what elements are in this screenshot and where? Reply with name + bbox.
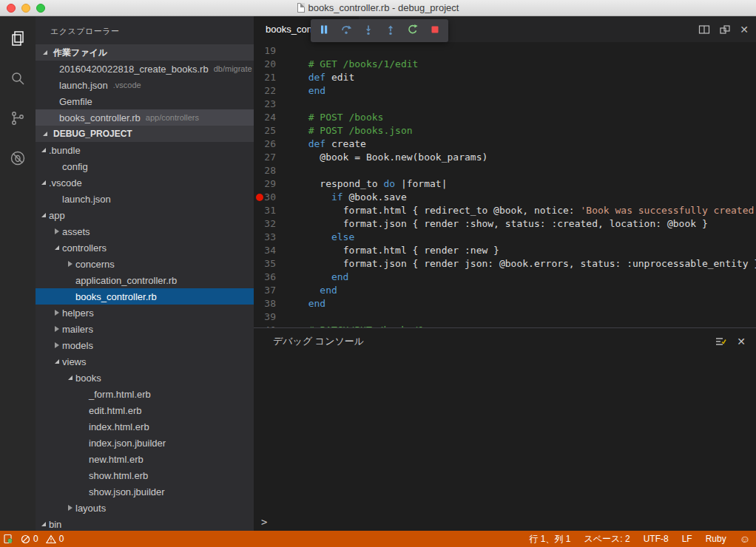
tree-folder-books[interactable]: books <box>36 370 254 386</box>
tree-folder-mailers[interactable]: mailers <box>36 321 254 337</box>
activity-source-control-button[interactable] <box>3 105 33 135</box>
working-file-item[interactable]: books_controller.rbapp/controllers <box>36 109 254 126</box>
line-number-gutter[interactable]: 19 <box>254 44 288 58</box>
status-item-language-mode[interactable]: Ruby <box>706 534 726 544</box>
tree-folder-controllers[interactable]: controllers <box>36 239 254 256</box>
tree-folder-assets[interactable]: assets <box>36 223 254 239</box>
activity-search-button[interactable] <box>3 65 33 95</box>
tree-folder-views[interactable]: views <box>36 353 254 370</box>
code-line[interactable]: 26 def create <box>254 137 756 151</box>
line-number-gutter[interactable]: 29 <box>254 177 288 191</box>
code-line[interactable]: 35 format.json { render json: @book.erro… <box>254 257 756 271</box>
split-editor-icon[interactable] <box>698 24 710 35</box>
line-number-gutter[interactable]: 33 <box>254 231 288 244</box>
line-number-gutter[interactable]: 28 <box>254 164 288 177</box>
line-number-gutter[interactable]: 26 <box>254 137 288 151</box>
status-item-cursor-position[interactable]: 行 1、列 1 <box>529 533 570 546</box>
line-number-gutter[interactable]: 24 <box>254 111 288 124</box>
code-line[interactable]: 32 format.json { render :show, status: :… <box>254 217 756 231</box>
panel-title[interactable]: デバッグ コンソール <box>273 335 364 348</box>
tree-file-application_controller.rb[interactable]: application_controller.rb <box>36 272 254 288</box>
working-file-item[interactable]: Gemfile <box>36 93 254 109</box>
tree-file-books_controller.rb[interactable]: books_controller.rb <box>36 288 254 305</box>
code-line[interactable]: 33 else <box>254 231 756 244</box>
line-number-gutter[interactable]: 21 <box>254 71 288 84</box>
tree-folder-concerns[interactable]: concerns <box>36 256 254 272</box>
tree-folder-layouts[interactable]: layouts <box>36 500 254 516</box>
line-number-gutter[interactable]: 36 <box>254 271 288 284</box>
restart-button[interactable] <box>402 21 423 41</box>
code-line[interactable]: 25 # POST /books.json <box>254 124 756 137</box>
status-indicator-icon[interactable] <box>3 534 13 544</box>
activity-debug-button[interactable] <box>3 145 33 174</box>
tree-file-index.json.jbuilder[interactable]: index.json.jbuilder <box>36 435 254 451</box>
working-files-header[interactable]: 作業ファイル <box>36 44 254 61</box>
code-line[interactable]: 19 <box>254 44 756 58</box>
step-out-button[interactable] <box>380 21 401 41</box>
code-line[interactable]: 22 end <box>254 84 756 98</box>
code-line[interactable]: 37 end <box>254 284 756 297</box>
code-line[interactable]: 38 end <box>254 297 756 310</box>
working-file-item[interactable]: 20160420022818_create_books.rbdb/migrate <box>36 61 254 77</box>
line-number-gutter[interactable]: 20 <box>254 58 288 71</box>
line-number-gutter[interactable]: 39 <box>254 310 288 324</box>
line-number-gutter[interactable]: 27 <box>254 151 288 164</box>
clear-console-icon[interactable] <box>715 336 726 347</box>
tree-file-index.html.erb[interactable]: index.html.erb <box>36 418 254 435</box>
close-editor-icon[interactable]: ✕ <box>740 24 749 35</box>
error-count[interactable]: 0 <box>21 534 38 544</box>
line-number-gutter[interactable]: 22 <box>254 84 288 98</box>
tree-file-edit.html.erb[interactable]: edit.html.erb <box>36 402 254 418</box>
warning-count[interactable]: 0 <box>46 534 64 544</box>
line-number-gutter[interactable]: 38 <box>254 297 288 310</box>
tree-folder-.bundle[interactable]: .bundle <box>36 142 254 158</box>
line-number-gutter[interactable]: 30 <box>254 191 288 204</box>
line-number-gutter[interactable]: 34 <box>254 244 288 257</box>
line-number-gutter[interactable]: 23 <box>254 98 288 111</box>
close-panel-icon[interactable]: ✕ <box>737 336 746 347</box>
tree-file-show.html.erb[interactable]: show.html.erb <box>36 467 254 483</box>
tree-file-config[interactable]: config <box>36 158 254 174</box>
code-line[interactable]: 34 format.html { render :new } <box>254 244 756 257</box>
code-line[interactable]: 39 <box>254 310 756 324</box>
debug-console-input[interactable]: > <box>254 513 756 531</box>
line-number-gutter[interactable]: 40 <box>254 324 288 327</box>
status-item-indentation[interactable]: スペース: 2 <box>584 533 630 546</box>
code-line[interactable]: 24 # POST /books <box>254 111 756 124</box>
tree-folder-models[interactable]: models <box>36 337 254 353</box>
code-line[interactable]: 36 end <box>254 271 756 284</box>
line-number-gutter[interactable]: 37 <box>254 284 288 297</box>
tree-folder-.vscode[interactable]: .vscode <box>36 174 254 191</box>
line-number-gutter[interactable]: 25 <box>254 124 288 137</box>
code-line[interactable]: 20 # GET /books/1/edit <box>254 58 756 71</box>
tree-file-show.json.jbuilder[interactable]: show.json.jbuilder <box>36 483 254 500</box>
code-editor[interactable]: 1920 # GET /books/1/edit21 def edit22 en… <box>254 42 756 327</box>
tree-file-launch.json[interactable]: launch.json <box>36 191 254 207</box>
tree-folder-bin[interactable]: bin <box>36 516 254 531</box>
code-line[interactable]: 31 format.html { redirect_to @book, noti… <box>254 204 756 217</box>
line-number-gutter[interactable]: 32 <box>254 217 288 231</box>
line-number-gutter[interactable]: 31 <box>254 204 288 217</box>
line-number-gutter[interactable]: 35 <box>254 257 288 271</box>
working-file-item[interactable]: launch.json.vscode <box>36 77 254 93</box>
project-header[interactable]: DEBUG_PROJECT <box>36 126 254 142</box>
code-line[interactable]: 30 if @book.save <box>254 191 756 204</box>
code-line[interactable]: 29 respond_to do |format| <box>254 177 756 191</box>
pause-button[interactable] <box>314 21 334 41</box>
tree-file-_form.html.erb[interactable]: _form.html.erb <box>36 386 254 402</box>
code-line[interactable]: 21 def edit <box>254 71 756 84</box>
step-over-button[interactable] <box>336 21 357 41</box>
step-into-button[interactable] <box>358 21 379 41</box>
tree-folder-helpers[interactable]: helpers <box>36 305 254 321</box>
activity-explorer-button[interactable] <box>3 25 33 55</box>
smiley-icon[interactable]: ☺ <box>740 534 750 544</box>
close-window-button[interactable] <box>7 4 16 13</box>
tree-file-new.html.erb[interactable]: new.html.erb <box>36 451 254 467</box>
editor-layout-icon[interactable] <box>719 24 731 35</box>
code-line[interactable]: 27 @book = Book.new(book_params) <box>254 151 756 164</box>
code-line[interactable]: 23 <box>254 98 756 111</box>
status-item-encoding[interactable]: UTF-8 <box>644 534 669 544</box>
zoom-window-button[interactable] <box>36 4 45 13</box>
minimize-window-button[interactable] <box>21 4 30 13</box>
tree-folder-app[interactable]: app <box>36 207 254 223</box>
